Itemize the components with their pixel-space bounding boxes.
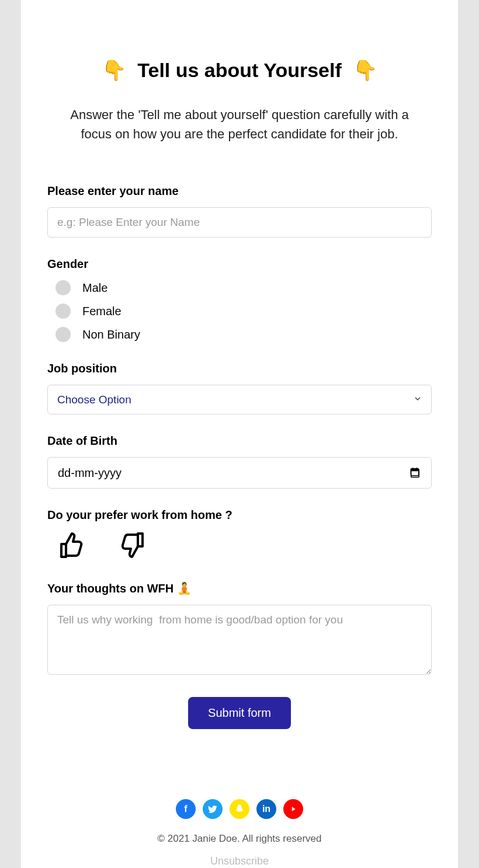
gender-label: Gender [47, 257, 432, 271]
job-position-label: Job position [47, 362, 432, 375]
name-input[interactable] [47, 207, 432, 238]
gender-radio-male[interactable] [55, 280, 71, 295]
page-title: 👇 Tell us about Yourself 👇 [47, 58, 432, 82]
submit-button[interactable]: Submit form [188, 697, 291, 729]
emoji-point-down-right-icon: 👇 [353, 59, 377, 81]
wfh-pref-label: Do your prefer work from home ? [47, 508, 432, 522]
gender-option-label: Non Binary [82, 328, 140, 341]
snapchat-icon[interactable] [230, 799, 249, 819]
facebook-icon[interactable]: f [176, 799, 196, 819]
thumbs-up-icon[interactable] [58, 531, 86, 562]
dob-input[interactable] [47, 457, 432, 489]
job-position-select[interactable]: Choose Option [47, 385, 432, 414]
svg-marker-4 [292, 807, 296, 811]
gender-radio-nonbinary[interactable] [55, 327, 71, 342]
intro-text: Answer the 'Tell me about yourself' ques… [58, 105, 421, 144]
emoji-point-down-left-icon: 👇 [102, 59, 126, 81]
name-label: Please enter your name [47, 184, 432, 198]
dob-label: Date of Birth [47, 434, 432, 448]
linkedin-icon[interactable]: in [256, 799, 276, 819]
title-text: Tell us about Yourself [137, 59, 342, 81]
wfh-thoughts-label: Your thoughts on WFH 🧘 [47, 581, 432, 595]
copyright-text: © 2021 Janie Doe. All rights reserved [21, 833, 458, 845]
thumbs-down-icon[interactable] [118, 531, 146, 562]
unsubscribe-link-center[interactable]: Unsubscribe [21, 855, 458, 867]
gender-option-label: Female [82, 305, 122, 318]
twitter-icon[interactable] [203, 799, 223, 819]
youtube-icon[interactable] [283, 799, 303, 819]
gender-radio-female[interactable] [55, 304, 71, 319]
gender-option-label: Male [82, 281, 107, 295]
wfh-thoughts-textarea[interactable] [47, 605, 432, 675]
